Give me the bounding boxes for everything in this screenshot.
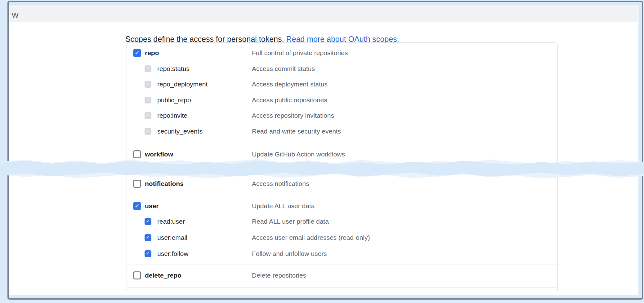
scope-description: Delete repositories [252,271,306,279]
scope-name[interactable]: workflow [145,150,173,158]
scope-description: Read ALL user profile data [252,217,329,226]
scope-row-security-events: ✓ security_events Read and write securit… [127,127,557,135]
scope-description: Follow and unfollow users [252,250,327,258]
scope-name[interactable]: delete_repo [145,271,181,279]
intro-text: Scopes define the access for personal to… [125,35,284,43]
scope-name: public_repo [157,96,191,104]
scope-row-read-user: ✓ read:user Read ALL user profile data [127,217,557,226]
group-divider [127,144,557,144]
scope-name: security_events [157,127,203,135]
scope-row-user-follow: ✓ user:follow Follow and unfollow users [127,250,557,258]
scope-name[interactable]: user:email [157,234,187,242]
content-surface: Scopes define the access for personal to… [9,6,638,295]
checkbox-user-email[interactable]: ✓ [145,234,151,241]
check-icon: ✓ [146,129,150,134]
check-icon: ✓ [146,81,150,86]
check-icon: ✓ [146,219,150,224]
group-divider [127,288,557,288]
scope-description: Read and write security events [252,127,341,135]
scope-row-user-email: ✓ user:email Access user email addresses… [127,234,557,242]
scope-row-repo: ✓ repo Full control of private repositor… [127,49,557,57]
checkbox-read-user[interactable]: ✓ [145,218,151,225]
checkbox-public-repo: ✓ [145,97,151,103]
scope-row-delete-repo: delete_repo Delete repositories [127,271,557,279]
scope-description: Update ALL user data [252,202,315,210]
group-divider [127,195,557,195]
checkbox-security-events: ✓ [145,128,151,135]
scope-row-notifications: notifications Access notifications [127,180,557,188]
check-icon: ✓ [135,203,140,209]
check-icon: ✓ [135,50,140,56]
oauth-scopes-link[interactable]: Read more about OAuth scopes. [286,35,399,43]
scope-name: repo:status [157,65,190,73]
check-icon: ✓ [146,113,150,118]
scope-description: Update GitHub Action workflows [252,150,345,158]
scope-name[interactable]: read:user [157,217,185,226]
scope-name[interactable]: user [145,202,159,210]
page-background: Scopes define the access for personal to… [0,0,644,303]
scope-row-repo-invite: ✓ repo:invite Access repository invitati… [127,112,557,120]
check-icon: ✓ [146,251,150,256]
scope-name: repo:invite [157,112,187,120]
note-input[interactable] [10,7,637,22]
checkbox-user-follow[interactable]: ✓ [145,250,151,257]
scope-description: Access commit status [252,65,315,73]
scope-row-user: ✓ user Update ALL user data [127,202,557,210]
checkbox-repo[interactable]: ✓ [133,49,141,57]
scope-description: Access deployment status [252,80,328,88]
scope-description: Access user email addresses (read-only) [252,234,370,242]
check-icon: ✓ [146,66,150,71]
checkbox-repo-invite: ✓ [145,112,151,119]
scope-description: Access notifications [252,180,309,188]
checkbox-user[interactable]: ✓ [133,202,141,210]
check-icon: ✓ [146,97,150,102]
scope-description: Access public repositories [252,96,327,104]
checkbox-repo-status: ✓ [145,65,151,72]
scope-row-workflow: workflow Update GitHub Action workflows [127,150,557,158]
topbar-divider [9,25,638,25]
checkbox-repo-deployment: ✓ [145,81,151,88]
scope-name: repo_deployment [157,80,208,88]
checkbox-workflow[interactable] [133,150,141,158]
app-window: Scopes define the access for personal to… [7,1,643,300]
scope-name[interactable]: user:follow [157,250,188,258]
checkbox-notifications[interactable] [133,180,141,188]
scope-row-repo-deployment: ✓ repo_deployment Access deployment stat… [127,80,557,88]
scope-row-repo-status: ✓ repo:status Access commit status [127,65,557,73]
scope-name[interactable]: repo [145,49,159,57]
scope-description: Full control of private repositories [252,49,348,57]
scope-name[interactable]: notifications [145,180,184,188]
group-divider [127,265,557,265]
scope-description: Access repository invitations [252,112,334,120]
content-bottom-divider [9,291,638,291]
scopes-list: ✓ repo Full control of private repositor… [127,42,558,291]
scope-row-public-repo: ✓ public_repo Access public repositories [127,96,557,104]
checkbox-delete-repo[interactable] [133,271,141,279]
check-icon: ✓ [146,235,150,240]
